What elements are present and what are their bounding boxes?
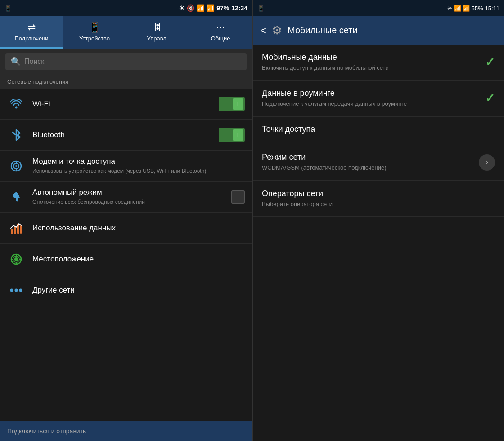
signal-icon: 📶 — [207, 4, 214, 12]
location-icon — [7, 250, 25, 268]
svg-point-13 — [19, 289, 22, 292]
right-item-operators[interactable]: Операторы сети Выберите оператора сети — [253, 181, 504, 217]
settings-item-location[interactable]: Местоположение — [0, 244, 252, 275]
bluetooth-toggle-knob: I — [233, 129, 243, 141]
right-wifi-icon: 📶 — [454, 5, 461, 12]
right-status-icons: 📱 — [257, 5, 265, 12]
manage-icon: 🎛 — [153, 22, 162, 33]
airplane-checkbox[interactable] — [231, 190, 245, 204]
mute-icon: 🔇 — [187, 4, 194, 12]
settings-list: Wi-Fi I Bluetooth I — [0, 89, 252, 421]
settings-item-modem[interactable]: Модем и точка доступа Использовать устро… — [0, 151, 252, 182]
search-bar: 🔍 Поиск — [0, 49, 252, 75]
tab-device[interactable]: 📱 Устройство — [63, 16, 126, 49]
svg-rect-4 — [11, 229, 13, 234]
right-item-accesspoints[interactable]: Точки доступа — [253, 117, 504, 144]
mobiledata-check: ✓ — [485, 55, 495, 69]
section-header-networks: Сетевые подключения — [0, 75, 252, 89]
wifi-toggle[interactable]: I — [219, 97, 245, 111]
netmode-subtitle: WCDMA/GSM (автоматическое подключение) — [262, 164, 472, 172]
bottom-bar-label: Подключиться и отправить — [7, 428, 86, 435]
airplane-subtitle: Отключение всех беспроводных соединений — [32, 198, 224, 206]
right-item-netmode[interactable]: Режим сети WCDMA/GSM (автоматическое под… — [253, 144, 504, 180]
settings-item-airplane[interactable]: Автономный режим Отключение всех беспров… — [0, 182, 252, 213]
right-item-mobiledata[interactable]: Мобильные данные Включить доступ к данны… — [253, 45, 504, 81]
svg-rect-7 — [20, 225, 22, 234]
right-phone-icon: 📱 — [257, 5, 265, 12]
right-battery-percent: 55% — [472, 5, 483, 12]
modem-content: Модем и точка доступа Использовать устро… — [32, 157, 245, 175]
right-status-right: ✳ 📶 📶 55% 15:11 — [447, 5, 500, 12]
modem-icon — [7, 157, 25, 175]
bottom-bar[interactable]: Подключиться и отправить — [0, 421, 252, 441]
operators-content: Операторы сети Выберите оператора сети — [262, 189, 495, 208]
tab-connections[interactable]: ⇌ Подключени — [0, 16, 63, 49]
svg-point-12 — [15, 289, 18, 292]
netmode-chevron[interactable]: › — [479, 154, 495, 171]
right-header-title: Мобильные сети — [288, 25, 358, 36]
bluetooth-title: Bluetooth — [32, 130, 212, 140]
airplane-content: Автономный режим Отключение всех беспров… — [32, 188, 224, 206]
othernets-content: Другие сети — [32, 286, 245, 295]
wifi-icon — [7, 95, 25, 113]
accesspoints-content: Точки доступа — [262, 125, 495, 136]
airplane-title: Автономный режим — [32, 188, 224, 197]
othernets-icon — [7, 281, 25, 299]
svg-point-9 — [14, 257, 18, 261]
modem-title: Модем и точка доступа — [32, 157, 245, 166]
right-bluetooth-icon: ✳ — [447, 5, 452, 12]
battery-percent: 97% — [216, 4, 229, 12]
location-title: Местоположение — [32, 255, 245, 264]
right-panel: 📱 ✳ 📶 📶 55% 15:11 < ⚙ Мобильные сети Моб… — [252, 0, 504, 441]
airplane-icon — [7, 188, 25, 206]
datausage-title: Использование данных — [32, 224, 245, 233]
left-status-bar: 📱 ✳ 🔇 📶 📶 97% 12:34 — [0, 0, 252, 16]
wifi-status-icon: 📶 — [197, 4, 204, 12]
accesspoints-title: Точки доступа — [262, 125, 495, 134]
tab-general[interactable]: ··· Общие — [189, 16, 252, 49]
right-signal-icon: 📶 — [463, 5, 470, 12]
netmode-content: Режим сети WCDMA/GSM (автоматическое под… — [262, 153, 472, 172]
operators-title: Операторы сети — [262, 189, 495, 198]
right-clock: 15:11 — [485, 5, 500, 12]
bluetooth-content: Bluetooth — [32, 130, 212, 140]
mobiledata-content: Мобильные данные Включить доступ к данны… — [262, 53, 478, 72]
roaming-content: Данные в роуминге Подключение к услугам … — [262, 89, 478, 108]
bluetooth-toggle[interactable]: I — [219, 128, 245, 142]
tab-manage[interactable]: 🎛 Управл. — [126, 16, 189, 49]
tab-device-label: Устройство — [79, 35, 110, 42]
phone-icon: 📱 — [4, 5, 12, 12]
right-header: < ⚙ Мобильные сети — [253, 16, 504, 45]
svg-point-3 — [15, 165, 17, 167]
settings-item-wifi[interactable]: Wi-Fi I — [0, 89, 252, 120]
left-status-icons: 📱 — [4, 5, 12, 12]
settings-gear-icon: ⚙ — [272, 23, 282, 37]
roaming-title: Данные в роуминге — [262, 89, 478, 98]
mobiledata-subtitle: Включить доступ к данным по мобильной се… — [262, 64, 478, 72]
device-icon: 📱 — [89, 22, 101, 33]
svg-point-11 — [10, 289, 14, 292]
datausage-icon — [7, 219, 25, 237]
search-icon: 🔍 — [11, 57, 21, 67]
back-button[interactable]: < — [260, 24, 266, 37]
connections-icon: ⇌ — [27, 22, 36, 33]
search-input-wrap[interactable]: 🔍 Поиск — [5, 53, 247, 70]
wifi-toggle-knob: I — [233, 98, 243, 110]
settings-item-datausage[interactable]: Использование данных — [0, 213, 252, 244]
datausage-content: Использование данных — [32, 224, 245, 233]
right-item-roaming[interactable]: Данные в роуминге Подключение к услугам … — [253, 81, 504, 117]
settings-item-othernets[interactable]: Другие сети — [0, 275, 252, 306]
left-panel: 📱 ✳ 🔇 📶 📶 97% 12:34 ⇌ Подключени 📱 Устро… — [0, 0, 252, 441]
roaming-subtitle: Подключение к услугам передачи данных в … — [262, 100, 478, 108]
mobiledata-title: Мобильные данные — [262, 53, 478, 62]
tab-connections-label: Подключени — [14, 35, 48, 42]
right-status-bar: 📱 ✳ 📶 📶 55% 15:11 — [253, 0, 504, 16]
tab-general-label: Общие — [211, 35, 230, 42]
right-settings-list: Мобильные данные Включить доступ к данны… — [253, 45, 504, 441]
wifi-title: Wi-Fi — [32, 99, 212, 108]
location-content: Местоположение — [32, 255, 245, 264]
tab-bar: ⇌ Подключени 📱 Устройство 🎛 Управл. ··· … — [0, 16, 252, 49]
settings-item-bluetooth[interactable]: Bluetooth I — [0, 120, 252, 151]
netmode-title: Режим сети — [262, 153, 472, 162]
wifi-content: Wi-Fi — [32, 99, 212, 108]
